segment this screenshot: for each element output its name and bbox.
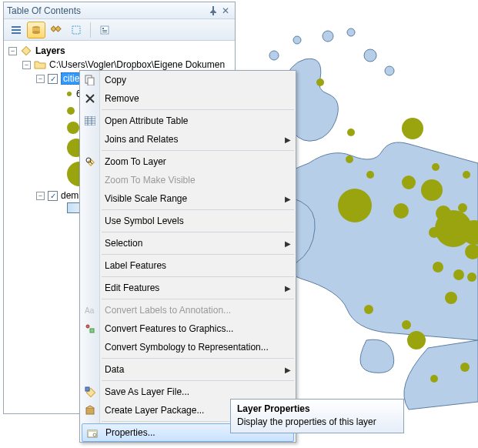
toolbar-separator	[90, 22, 91, 38]
svg-point-24	[433, 262, 443, 272]
menu-label-features[interactable]: Label Features	[80, 256, 296, 275]
svg-rect-33	[12, 26, 21, 28]
svg-rect-43	[102, 28, 104, 29]
menu-separator	[102, 299, 294, 299]
svg-point-59	[86, 325, 89, 328]
layer-context-menu: Copy Remove Open Attribute Table Joins a…	[79, 70, 296, 443]
menu-use-symbol-levels[interactable]: Use Symbol Levels	[80, 212, 296, 230]
root-label: Layers	[35, 45, 65, 56]
svg-point-9	[346, 155, 353, 163]
svg-point-27	[445, 292, 457, 304]
menu-copy[interactable]: Copy	[80, 71, 296, 89]
submenu-arrow-icon: ▶	[285, 239, 291, 248]
options-button[interactable]	[95, 22, 114, 38]
expander-icon[interactable]: −	[36, 192, 45, 200]
zoom-layer-icon	[84, 155, 96, 168]
svg-point-38	[32, 31, 40, 34]
checkbox-checked-icon[interactable]: ✓	[48, 191, 58, 201]
svg-point-6	[316, 79, 324, 86]
menu-separator	[102, 358, 294, 359]
svg-point-30	[402, 320, 411, 329]
svg-point-18	[458, 203, 467, 212]
island-france-corner	[404, 340, 478, 410]
svg-rect-60	[90, 329, 94, 333]
svg-point-3	[347, 28, 355, 36]
svg-point-29	[407, 331, 426, 349]
save-layer-icon	[84, 386, 96, 398]
menu-convert-labels-annotation: Aa Convert Labels to Annotation...	[80, 301, 296, 319]
menu-joins-relates[interactable]: Joins and Relates ▶	[80, 130, 296, 149]
tooltip-title: Layer Properties	[237, 403, 397, 414]
layers-icon	[20, 45, 32, 57]
svg-point-11	[402, 176, 416, 189]
svg-point-25	[453, 269, 464, 280]
svg-point-2	[323, 31, 333, 42]
menu-separator	[102, 380, 294, 381]
list-by-source-button[interactable]	[27, 22, 45, 38]
tooltip-layer-properties: Layer Properties Display the properties …	[230, 399, 404, 433]
svg-rect-48	[88, 78, 94, 85]
menu-separator	[102, 109, 294, 110]
expander-icon[interactable]: −	[8, 47, 17, 55]
menu-selection[interactable]: Selection ▶	[80, 234, 296, 252]
svg-rect-40	[55, 25, 61, 31]
svg-point-10	[366, 171, 374, 179]
path-label: C:\Users\Vogler\Dropbox\Eigene Dokumen	[49, 59, 225, 70]
tree-root-layers[interactable]: − Layers	[5, 44, 233, 58]
toc-titlebar: Table Of Contents ✕	[4, 2, 235, 19]
svg-point-14	[463, 171, 470, 179]
svg-point-1	[293, 36, 301, 44]
menu-zoom-to-layer[interactable]: Zoom To Layer	[80, 152, 296, 171]
properties-icon	[86, 427, 99, 440]
expander-icon[interactable]: −	[36, 75, 45, 83]
menu-visible-scale-range[interactable]: Visible Scale Range ▶	[80, 189, 296, 208]
toc-title: Table Of Contents	[7, 5, 207, 16]
menu-remove[interactable]: Remove	[80, 89, 296, 108]
svg-rect-44	[102, 30, 107, 31]
close-icon[interactable]: ✕	[219, 5, 232, 17]
menu-open-attribute-table[interactable]: Open Attribute Table	[80, 112, 296, 130]
list-by-drawing-order-button[interactable]	[7, 22, 25, 38]
menu-convert-features-graphics[interactable]: Convert Features to Graphics...	[80, 319, 296, 338]
labels-anno-icon: Aa	[84, 304, 96, 316]
menu-data[interactable]: Data ▶	[80, 360, 296, 379]
svg-rect-41	[72, 26, 80, 34]
table-icon	[84, 115, 96, 127]
checkbox-checked-icon[interactable]: ✓	[48, 74, 58, 84]
submenu-arrow-icon: ▶	[285, 366, 291, 374]
svg-point-15	[338, 189, 372, 222]
svg-rect-35	[12, 32, 21, 34]
svg-rect-45	[102, 32, 107, 32]
svg-rect-65	[88, 430, 97, 432]
pin-icon[interactable]	[207, 5, 219, 17]
expander-icon[interactable]: −	[22, 61, 31, 69]
svg-text:Aa: Aa	[85, 306, 95, 315]
svg-rect-34	[12, 29, 21, 31]
layer-package-icon	[84, 404, 96, 416]
copy-icon	[84, 74, 96, 86]
svg-point-26	[467, 272, 476, 282]
menu-convert-symbology-representation[interactable]: Convert Symbology to Representation...	[80, 338, 296, 356]
svg-point-28	[364, 305, 373, 314]
island-sw	[360, 339, 394, 373]
submenu-arrow-icon: ▶	[285, 135, 291, 144]
svg-rect-63	[86, 408, 94, 414]
menu-separator	[102, 276, 294, 277]
svg-point-32	[460, 363, 470, 372]
menu-separator	[102, 209, 294, 210]
svg-rect-46	[22, 46, 30, 55]
list-by-visibility-button[interactable]	[47, 22, 65, 38]
folder-icon	[34, 59, 46, 71]
menu-edit-features[interactable]: Edit Features ▶	[80, 279, 296, 297]
list-by-selection-button[interactable]	[67, 22, 85, 38]
dem-label: dem	[61, 190, 79, 201]
svg-point-16	[393, 203, 409, 219]
submenu-arrow-icon: ▶	[285, 284, 291, 293]
svg-point-0	[269, 51, 279, 60]
toc-toolbar	[4, 19, 235, 41]
svg-point-5	[385, 66, 394, 75]
menu-separator	[102, 150, 294, 151]
menu-zoom-make-visible: Zoom To Make Visible	[80, 171, 296, 189]
menu-separator	[102, 232, 294, 232]
svg-point-4	[364, 49, 376, 62]
